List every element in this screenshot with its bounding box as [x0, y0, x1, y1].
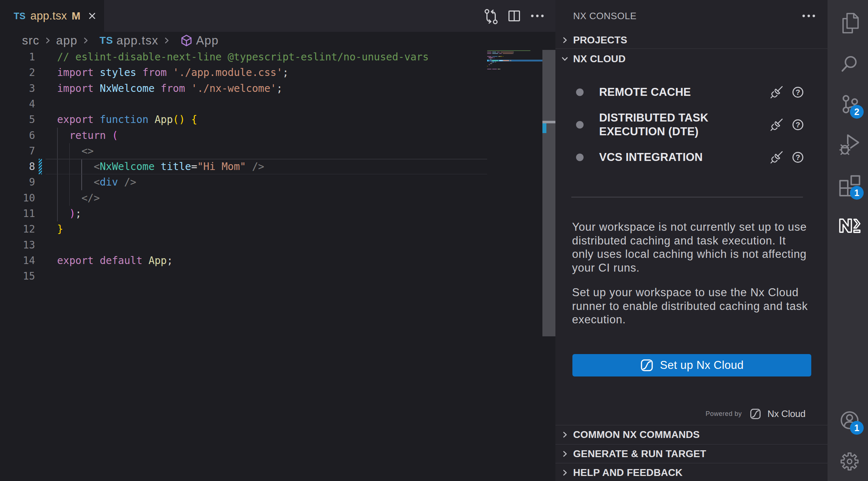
code-token: ; [76, 208, 82, 220]
chevron-right-icon [163, 37, 171, 44]
section-nx-cloud[interactable]: NX CLOUD [555, 49, 828, 69]
activity-bar-item-nx-console[interactable] [829, 205, 868, 246]
section-label: GENERATE & RUN TARGET [573, 448, 706, 460]
section-projects[interactable]: PROJECTS [555, 32, 828, 49]
code-token: ; [167, 255, 173, 267]
code-token: export [57, 114, 94, 125]
minimap-line [510, 60, 511, 61]
code-token [185, 114, 191, 125]
panel-more-actions-button[interactable] [801, 8, 817, 24]
minimap-line [495, 61, 497, 62]
code-line-7: 7 <> [0, 143, 542, 159]
minimap-line [489, 57, 493, 58]
code-token: ; [276, 82, 283, 94]
activity-bar-item-explorer[interactable] [829, 3, 868, 43]
section-common-nx-commands[interactable]: COMMON NX COMMANDS [555, 425, 828, 444]
code-token [57, 176, 94, 188]
help-icon-button[interactable]: ? [792, 151, 804, 163]
minimap[interactable] [487, 50, 542, 108]
more-actions-button[interactable] [529, 8, 545, 24]
powered-by-row: Powered by Nx Cloud [706, 405, 805, 422]
breadcrumb-item-app[interactable]: app [56, 34, 77, 47]
code-token: NxWelcome [100, 161, 155, 173]
minimap-line [487, 52, 491, 52]
connect-icon-button[interactable] [770, 151, 783, 163]
nx-cloud-icon [749, 408, 761, 420]
set-up-nx-cloud-button[interactable]: Set up Nx Cloud [572, 354, 811, 376]
minimap-line [490, 63, 492, 64]
code-token: "Hi Mom" [197, 161, 246, 173]
activity-bar-item-source-control[interactable]: 2 [829, 84, 868, 124]
minimap-line [487, 50, 530, 51]
activity-bar-item-run-and-debug[interactable] [829, 124, 868, 165]
minimap-line [503, 53, 512, 54]
help-icon-button[interactable]: ? [792, 86, 804, 98]
minimap-line [492, 52, 497, 52]
code-token [57, 208, 69, 220]
code-token: './app.module.css' [173, 67, 282, 78]
svg-text:?: ? [796, 153, 800, 161]
code-token: import [57, 67, 94, 78]
code-token: title [161, 161, 191, 173]
activity-bar-item-accounts[interactable]: 1 [829, 400, 868, 440]
activity-bar-item-settings[interactable] [829, 441, 868, 481]
code-token: from [142, 67, 167, 78]
workspace-status-paragraph: Your workspace is not currently set up t… [572, 220, 821, 274]
connect-icon-button[interactable] [770, 86, 783, 98]
activity-bar-item-extensions[interactable]: 1 [829, 165, 868, 205]
nx-cloud-item-remote: REMOTE CACHE ? [555, 76, 828, 108]
code-editor[interactable]: 1// eslint-disable-next-line @typescript… [0, 49, 555, 481]
minimap-line [492, 60, 499, 61]
code-token: } [57, 223, 63, 235]
minimap-line [500, 56, 502, 57]
tab-close-button[interactable] [87, 10, 98, 21]
editor-scrollbar[interactable] [542, 49, 555, 481]
code-token: < [94, 176, 100, 188]
code-line-2: 2import styles from './app.module.css'; [0, 65, 542, 80]
open-changes-button[interactable] [483, 8, 499, 24]
code-token: from [161, 82, 185, 94]
code-line-11: 11 ); [0, 206, 542, 221]
panel-header: NX CONSOLE [555, 0, 828, 32]
code-token [94, 255, 100, 267]
nx-cloud-icon [640, 358, 654, 372]
bullet-icon [576, 154, 584, 161]
section-label: HELP AND FEEDBACK [573, 467, 683, 478]
breadcrumb-item-src[interactable]: src [22, 34, 39, 47]
item-label: VCS INTEGRATION [599, 150, 762, 164]
minimap-line [487, 66, 488, 67]
line-number: 10 [0, 190, 35, 206]
nx-cloud-item-vcs: VCS INTEGRATION ? [555, 141, 828, 174]
badge: 1 [850, 186, 864, 200]
split-editor-button[interactable] [506, 8, 522, 24]
item-label: REMOTE CACHE [599, 85, 762, 99]
code-token: = [191, 161, 197, 173]
section-generate-run-target[interactable]: GENERATE & RUN TARGET [555, 444, 828, 463]
code-line-15: 15 [0, 268, 542, 284]
line-number: 6 [0, 128, 35, 143]
minimap-line [500, 69, 500, 69]
minimap-line [492, 61, 494, 62]
code-token: ( [112, 129, 118, 141]
settings-icon [840, 452, 859, 471]
code-token: <> [81, 145, 94, 157]
minimap-line [497, 52, 500, 52]
section-help-and-feedback[interactable]: HELP AND FEEDBACK [555, 463, 828, 481]
code-token: /> [252, 161, 264, 173]
code-token [106, 129, 112, 141]
bullet-icon [576, 121, 584, 129]
scrollbar-slider[interactable] [542, 50, 555, 336]
breadcrumb-item-app-tsx[interactable]: TSapp.tsx [94, 34, 158, 47]
bullet-icon [576, 89, 584, 96]
breadcrumb-item-app[interactable]: App [175, 34, 219, 47]
code-token: /> [124, 176, 136, 188]
tab-label: app.tsx [30, 9, 67, 22]
section-label: COMMON NX COMMANDS [573, 429, 700, 440]
svg-text:?: ? [796, 88, 800, 96]
connect-icon-button[interactable] [770, 119, 783, 131]
help-icon-button[interactable]: ? [792, 119, 804, 131]
activity-bar-item-search[interactable] [829, 43, 868, 84]
tab-app-tsx[interactable]: TS app.tsx M [0, 0, 104, 32]
code-token [246, 161, 252, 173]
line-number: 8 [0, 159, 35, 174]
